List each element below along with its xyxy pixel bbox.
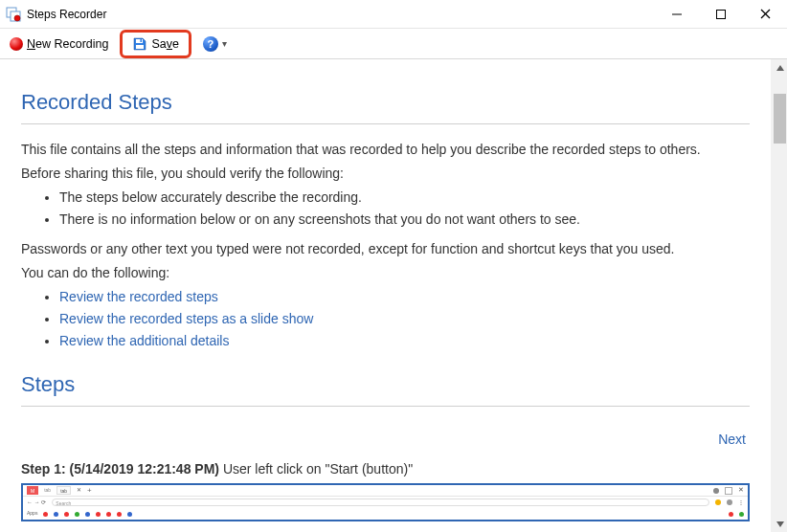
intro-text: This file contains all the steps and inf… <box>21 140 750 160</box>
record-icon <box>10 37 23 51</box>
maximize-button[interactable] <box>699 0 743 28</box>
document-body: Recorded Steps This file contains all th… <box>0 59 771 532</box>
svg-point-2 <box>14 15 20 21</box>
actions-list: Review the recorded steps Review the rec… <box>21 287 750 351</box>
close-button[interactable] <box>743 0 787 28</box>
scroll-up-button[interactable] <box>772 59 787 76</box>
vertical-scrollbar[interactable] <box>771 59 787 532</box>
review-details-link[interactable]: Review the additional details <box>59 333 229 348</box>
list-item: Review the recorded steps <box>59 287 750 307</box>
step-1-timestamp: Step 1: (5/14/2019 12:21:48 PM) <box>21 461 219 477</box>
save-button[interactable]: Save <box>128 34 183 54</box>
list-item: Review the additional details <box>59 331 750 351</box>
before-sharing-text: Before sharing this file, you should ver… <box>21 164 750 184</box>
step-1-action: User left click on "Start (button)" <box>219 461 413 477</box>
new-recording-button[interactable]: New Recording <box>4 35 114 53</box>
save-label: Save <box>151 37 179 51</box>
step-1-description: Step 1: (5/14/2019 12:21:48 PM) User lef… <box>21 459 750 479</box>
svg-rect-8 <box>136 45 144 49</box>
save-button-highlight: Save <box>120 30 191 58</box>
divider <box>21 406 750 407</box>
save-icon <box>132 36 147 52</box>
window-controls <box>655 0 787 28</box>
list-item: The steps below accurately describe the … <box>59 188 750 208</box>
step-1-screenshot[interactable]: M tab tab ✕ + ✕ ← → ⟳ Search ⋮ Apps <box>21 483 750 521</box>
next-link[interactable]: Next <box>718 432 746 447</box>
minimize-button[interactable] <box>655 0 699 28</box>
you-can-do-text: You can do the following: <box>21 263 750 283</box>
chevron-down-icon: ▾ <box>222 38 227 49</box>
help-menu-button[interactable]: ? ▾ <box>197 34 233 54</box>
list-item: There is no information below or on any … <box>59 210 750 230</box>
svg-rect-9 <box>141 39 143 42</box>
help-icon: ? <box>203 36 218 52</box>
recorded-steps-heading: Recorded Steps <box>21 86 750 118</box>
review-steps-link[interactable]: Review the recorded steps <box>59 289 218 304</box>
passwords-note: Passwords or any other text you typed we… <box>21 239 750 259</box>
steps-heading: Steps <box>21 368 750 400</box>
titlebar: Steps Recorder <box>0 0 787 29</box>
scroll-down-button[interactable] <box>772 516 787 532</box>
review-slideshow-link[interactable]: Review the recorded steps as a slide sho… <box>59 311 313 326</box>
new-recording-label: New Recording <box>27 37 108 51</box>
divider <box>21 123 750 124</box>
verify-list: The steps below accurately describe the … <box>21 188 750 230</box>
toolbar: New Recording Save ? ▾ <box>0 29 787 59</box>
scroll-thumb[interactable] <box>774 94 786 144</box>
app-icon <box>6 7 21 22</box>
list-item: Review the recorded steps as a slide sho… <box>59 309 750 329</box>
window-title: Steps Recorder <box>27 8 655 21</box>
content-area: Recorded Steps This file contains all th… <box>0 59 787 532</box>
svg-rect-4 <box>717 10 726 18</box>
step-nav: Next <box>21 430 746 450</box>
